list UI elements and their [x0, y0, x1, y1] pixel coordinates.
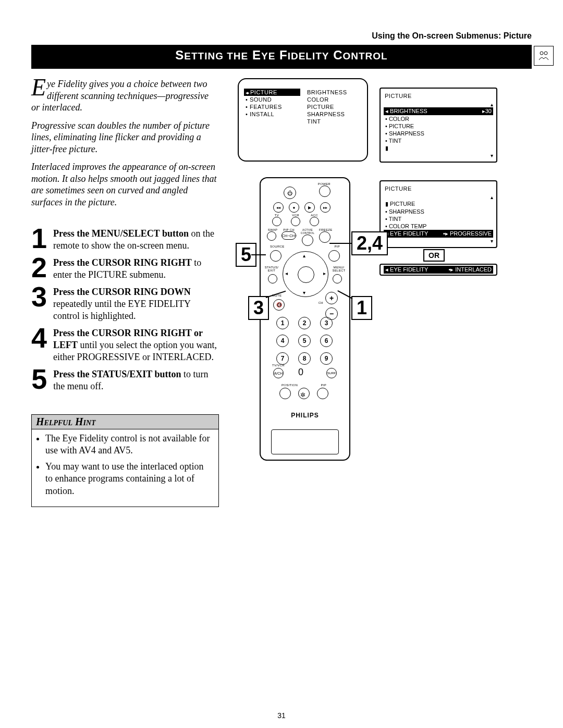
osd-main-menu: PICTURE SOUND FEATURES INSTALL BRIGHTNES… — [238, 78, 368, 162]
osd-picture-eyefidelity: PICTURE ▮ PICTURE SHARPNESS TINT COLOR T… — [380, 180, 497, 248]
tv-mode-button[interactable] — [272, 217, 282, 226]
callout-1: 1 — [351, 296, 372, 320]
brand-logo: PHILIPS — [261, 412, 349, 419]
hint-title: Helpful Hint — [32, 415, 218, 429]
section-icon — [534, 46, 554, 66]
osd-eyefidelity-interlaced: ◂ EYE FIDELITY•▸ INTERLACED — [380, 264, 497, 276]
num-8[interactable]: 8 — [298, 352, 311, 365]
step-1: 1 Press the MENU/SELECT button on the re… — [31, 226, 219, 252]
step-4: 4 Press the CURSOR RING RIGHT or LEFT un… — [31, 325, 219, 363]
intro-p2: Progressive scan doubles the number of p… — [31, 120, 219, 155]
surf-button[interactable]: SURF — [326, 368, 337, 378]
vcr-mode-button[interactable] — [291, 217, 300, 226]
ch-up-button[interactable]: + — [325, 292, 338, 304]
transport-row: ◂◂ ● ▶ ▸▸ — [273, 202, 331, 213]
section-title-bar: SETTING THE EYE FIDELITY CONTROL — [31, 45, 532, 69]
menu-select-button[interactable] — [333, 274, 342, 283]
section-title: SETTING THE EYE FIDELITY CONTROL — [31, 48, 532, 63]
breadcrumb: Using the On-screen Submenus: Picture — [31, 31, 532, 41]
osd-picture-brightness: PICTURE ◂ BRIGHTNESS▸30 COLOR PICTURE SH… — [380, 88, 497, 163]
freeze-button[interactable] — [319, 231, 331, 243]
or-label: OR — [423, 249, 445, 262]
callout-3: 3 — [248, 296, 269, 320]
num-5[interactable]: 5 — [298, 335, 311, 347]
swap-button[interactable] — [267, 231, 276, 241]
callout-2-4: 2,4 — [351, 231, 388, 255]
pipch-button[interactable]: CH−CH+ — [282, 231, 296, 240]
mute-button[interactable]: 🔇 — [273, 299, 285, 311]
status-exit-button[interactable] — [268, 274, 277, 283]
num-7[interactable]: 7 — [276, 352, 289, 365]
step-2: 2 Press the CURSOR RING RIGHT to enter t… — [31, 255, 219, 281]
remote-panel — [271, 429, 339, 454]
position-button[interactable] — [279, 388, 291, 399]
hint-item: The Eye Fidelity control is not availabl… — [45, 433, 213, 456]
power-button[interactable] — [319, 186, 331, 197]
hint-item: You may want to use the interlaced optio… — [45, 461, 213, 497]
num-0[interactable]: 0 — [298, 367, 303, 378]
play-button[interactable]: ▶ — [304, 202, 315, 213]
remote-control: POWER ⏻ ◂◂ ● ▶ ▸▸ TV VCR ACC — [260, 177, 350, 461]
num-6[interactable]: 6 — [320, 335, 333, 347]
ffwd-button[interactable]: ▸▸ — [320, 202, 331, 213]
pip-button[interactable] — [328, 250, 340, 262]
standby-button[interactable]: ⏻ — [284, 187, 296, 199]
record-button[interactable]: ● — [289, 202, 299, 213]
intro-p3: Interlaced improves the appearance of on… — [31, 161, 219, 208]
intro-text: Eye Fidelity gives you a choice between … — [31, 78, 219, 208]
helpful-hint-box: Helpful Hint The Eye Fidelity control is… — [31, 414, 219, 507]
settings-button[interactable] — [298, 388, 310, 399]
num-1[interactable]: 1 — [276, 317, 289, 329]
steps-list: 1 Press the MENU/SELECT button on the re… — [31, 226, 219, 392]
rewind-button[interactable]: ◂◂ — [273, 202, 284, 213]
ach-button[interactable]: A/CH — [273, 368, 284, 378]
source-button[interactable] — [270, 250, 282, 262]
page-number: 31 — [0, 711, 563, 720]
pip-size-button[interactable] — [317, 388, 328, 399]
step-3: 3 Press the CURSOR RING DOWN repeatedly … — [31, 284, 219, 322]
intro-p1: ye Fidelity gives you a choice between t… — [31, 79, 209, 113]
svg-point-1 — [544, 52, 547, 55]
step-5: 5 Press the STATUS/EXIT button to turn t… — [31, 366, 219, 392]
active-control-button[interactable] — [302, 235, 313, 246]
acc-mode-button[interactable] — [310, 217, 319, 226]
num-3[interactable]: 3 — [320, 317, 333, 329]
num-9[interactable]: 9 — [320, 352, 333, 365]
numpad: 1 2 3 4 5 6 7 8 9 — [276, 317, 334, 365]
dropcap: E — [31, 78, 47, 97]
cursor-ok-button[interactable] — [298, 266, 314, 283]
diagram: PICTURE SOUND FEATURES INSTALL BRIGHTNES… — [238, 78, 532, 464]
svg-point-0 — [540, 52, 543, 55]
cursor-ring[interactable]: ▴ ▾ ◂ ▸ — [283, 251, 328, 297]
num-2[interactable]: 2 — [298, 317, 311, 329]
num-4[interactable]: 4 — [276, 335, 289, 347]
